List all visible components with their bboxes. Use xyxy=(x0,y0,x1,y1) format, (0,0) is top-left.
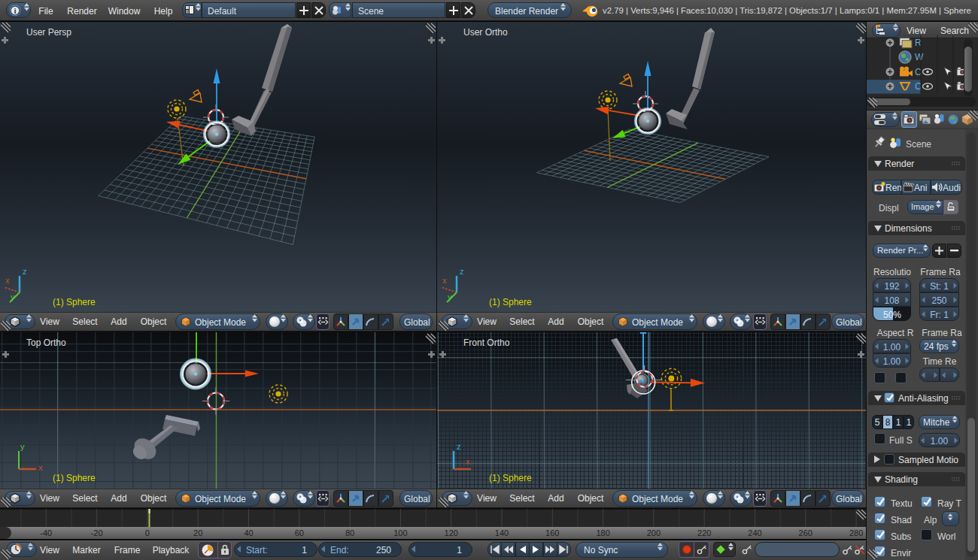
svg-text:y: y xyxy=(20,442,25,451)
svg-text:x: x xyxy=(442,276,447,285)
svg-text:W: W xyxy=(915,52,924,62)
svg-text:x: x xyxy=(38,463,43,472)
svg-text:z: z xyxy=(23,267,27,276)
svg-text:x: x xyxy=(5,276,10,285)
svg-text:y: y xyxy=(11,292,15,301)
svg-text:i: i xyxy=(14,6,16,15)
svg-text:z: z xyxy=(457,442,461,451)
svg-text:z: z xyxy=(460,267,464,276)
svg-text:x: x xyxy=(466,457,470,466)
svg-text:y: y xyxy=(448,292,452,301)
